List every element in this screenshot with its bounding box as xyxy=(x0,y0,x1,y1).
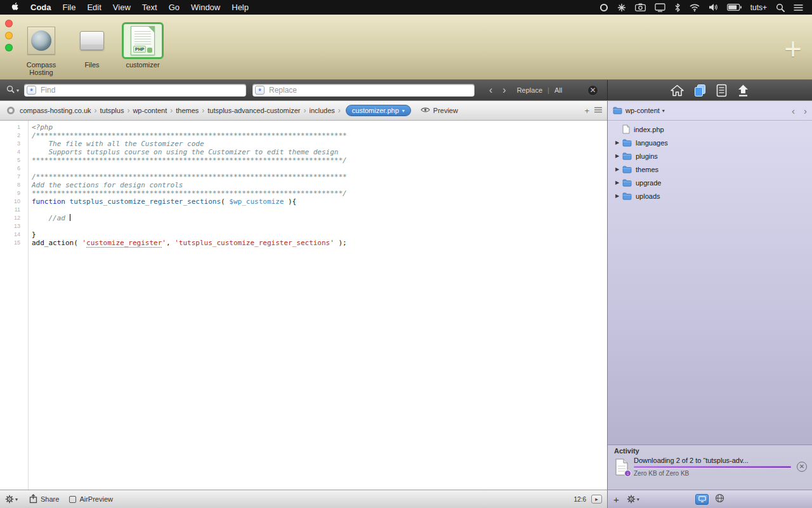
globe-icon xyxy=(715,493,724,505)
preview-button[interactable]: Preview xyxy=(421,107,458,114)
site-tab-compass-hosting[interactable]: Compass Hosting xyxy=(18,22,65,76)
sidebar-forward-button[interactable]: › xyxy=(804,106,807,116)
site-tab-customizer[interactable]: PHPcustomizer xyxy=(119,22,166,76)
disclosure-triangle-icon[interactable]: ▶ xyxy=(615,180,622,185)
publish-icon[interactable] xyxy=(737,84,749,97)
remote-view-button[interactable] xyxy=(715,493,724,505)
disclosure-triangle-icon[interactable]: ▶ xyxy=(615,166,622,172)
find-next-button[interactable]: › xyxy=(498,85,510,95)
close-window-button[interactable] xyxy=(5,20,13,27)
tree-item-uploads[interactable]: ▶uploads xyxy=(608,189,812,203)
app-menu-coda[interactable]: Coda xyxy=(25,3,57,12)
add-split-button[interactable]: + xyxy=(584,106,589,116)
add-site-button[interactable]: + xyxy=(784,34,802,64)
breadcrumb-item-includes[interactable]: includes xyxy=(309,107,334,114)
battery-icon[interactable] xyxy=(727,4,742,11)
preview-play-button[interactable]: ▸ xyxy=(591,495,602,504)
code-line-5[interactable]: 5***************************************… xyxy=(0,156,607,164)
code-editor[interactable]: 1<?php2/********************************… xyxy=(0,121,607,490)
wildcard-icon[interactable] xyxy=(27,86,36,95)
tree-item-plugins[interactable]: ▶plugins xyxy=(608,149,812,163)
volume-icon[interactable] xyxy=(709,3,718,11)
tree-item-themes[interactable]: ▶themes xyxy=(608,163,812,176)
menu-item-go[interactable]: Go xyxy=(163,3,185,12)
bluetooth-icon[interactable] xyxy=(674,3,681,12)
camera-icon[interactable] xyxy=(635,3,646,11)
disclosure-triangle-icon[interactable]: ▶ xyxy=(615,153,622,159)
line-list-icon[interactable] xyxy=(594,107,602,114)
spotlight-icon[interactable] xyxy=(776,3,785,12)
wifi-icon[interactable] xyxy=(690,4,700,11)
current-file-menu[interactable]: customizer.php ▾ xyxy=(346,105,411,116)
main-content: compass-hosting.co.uk›tutsplus›wp-conten… xyxy=(0,101,812,490)
disclosure-triangle-icon[interactable]: ▶ xyxy=(615,140,622,145)
root-nav-icon[interactable] xyxy=(7,107,15,114)
close-find-bar-button[interactable]: ✕ xyxy=(587,85,598,96)
site-tab-files[interactable]: Files xyxy=(69,22,115,76)
sidebar-gear-menu[interactable]: ▾ xyxy=(627,495,639,504)
code-line-12[interactable]: 12 //ad xyxy=(0,214,607,222)
menu-item-edit[interactable]: Edit xyxy=(81,3,107,12)
apple-menu[interactable] xyxy=(5,2,25,13)
local-view-button[interactable] xyxy=(695,494,709,505)
cancel-download-button[interactable]: ✕ xyxy=(797,462,807,472)
wildcard-icon[interactable] xyxy=(255,86,265,95)
airpreview-toggle[interactable]: AirPreview xyxy=(69,495,113,503)
flower-icon[interactable] xyxy=(617,3,626,12)
sidebar-nav: ‹ › xyxy=(792,106,807,116)
code-line-7[interactable]: 7/**************************************… xyxy=(0,173,607,181)
breadcrumb-item-tutsplus-advanced-customizer[interactable]: tutsplus-advanced-customizer xyxy=(207,107,300,114)
disclosure-triangle-icon[interactable]: ▶ xyxy=(615,193,622,199)
listmenu-icon[interactable] xyxy=(794,4,803,11)
record-icon[interactable] xyxy=(599,3,608,12)
clips-icon[interactable] xyxy=(716,84,727,97)
menu-item-view[interactable]: View xyxy=(107,3,136,12)
code-line-6[interactable]: 6 xyxy=(0,164,607,173)
replace-input[interactable] xyxy=(252,84,475,97)
breadcrumb-item-themes[interactable]: themes xyxy=(176,107,199,114)
tree-item-upgrade[interactable]: ▶upgrade xyxy=(608,176,812,189)
menu-item-file[interactable]: File xyxy=(57,3,82,12)
editor-gear-menu[interactable]: ▾ xyxy=(5,495,18,504)
code-line-3[interactable]: 3 The file with all the Customizer code xyxy=(0,140,607,148)
menu-item-help[interactable]: Help xyxy=(226,3,254,12)
share-button[interactable]: Share xyxy=(29,494,59,505)
activity-item: ↓ Downloading 2 of 2 to “tutsplus-adv...… xyxy=(608,455,812,479)
code-line-2[interactable]: 2/**************************************… xyxy=(0,131,607,140)
breadcrumb-item-tutsplus[interactable]: tutsplus xyxy=(100,107,124,114)
menu-item-text[interactable]: Text xyxy=(136,3,163,12)
code-line-11[interactable]: 11 xyxy=(0,206,607,214)
code-line-10[interactable]: 10function tutsplus_customize_register_s… xyxy=(0,197,607,206)
display-icon[interactable] xyxy=(655,3,665,12)
find-previous-button[interactable]: ‹ xyxy=(485,85,497,95)
code-line-4[interactable]: 4 Supports tutsplus course on using the … xyxy=(0,148,607,156)
replace-all-button[interactable]: All xyxy=(554,86,562,94)
download-badge-icon: ↓ xyxy=(624,470,631,477)
sidebar-back-button[interactable]: ‹ xyxy=(792,106,795,116)
tree-item-index-php[interactable]: index.php xyxy=(608,123,812,136)
code-line-15[interactable]: 15add_action( 'customize_register', 'tut… xyxy=(0,239,607,247)
files-icon[interactable] xyxy=(694,84,706,97)
menu-item-window[interactable]: Window xyxy=(185,3,226,12)
root-folder-menu[interactable]: wp-content xyxy=(625,107,660,114)
current-file-label: customizer.php xyxy=(352,107,399,114)
find-input[interactable] xyxy=(24,84,246,97)
site-icon-frame xyxy=(71,22,113,59)
code-line-13[interactable]: 13 xyxy=(0,222,607,231)
code-line-14[interactable]: 14} xyxy=(0,231,607,239)
account-label[interactable]: tuts+ xyxy=(750,3,767,12)
code-line-1[interactable]: 1<?php xyxy=(0,123,607,131)
line-number: 9 xyxy=(0,189,28,197)
add-file-button[interactable]: + xyxy=(613,495,619,504)
tree-item-languages[interactable]: ▶languages xyxy=(608,136,812,149)
replace-button[interactable]: Replace xyxy=(517,86,542,94)
breadcrumb-item-wp-content[interactable]: wp-content xyxy=(133,107,167,114)
search-scope-menu[interactable]: ▾ xyxy=(6,84,19,96)
screen: Coda FileEditViewTextGoWindowHelp tuts+ … xyxy=(0,0,812,508)
breadcrumb-item-compass-hosting-co-uk[interactable]: compass-hosting.co.uk xyxy=(20,107,91,114)
minimize-window-button[interactable] xyxy=(5,32,13,39)
home-icon[interactable] xyxy=(671,84,684,97)
code-line-8[interactable]: 8Add the sections for design controls xyxy=(0,181,607,189)
zoom-window-button[interactable] xyxy=(5,44,13,51)
code-line-9[interactable]: 9***************************************… xyxy=(0,189,607,197)
